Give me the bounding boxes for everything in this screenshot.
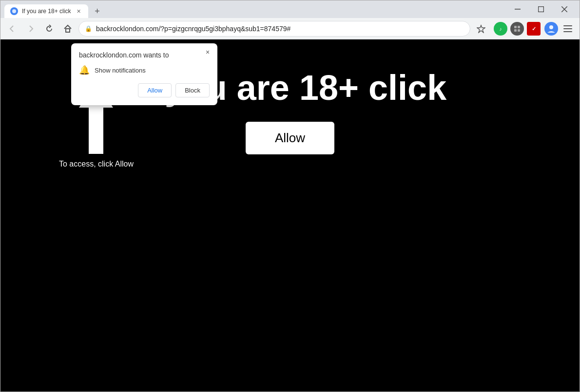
music-icon[interactable]: ♪	[494, 22, 507, 36]
lock-icon: 🔒	[85, 25, 92, 32]
popup-allow-button[interactable]: Allow	[138, 83, 172, 97]
menu-button[interactable]	[560, 21, 576, 37]
back-button[interactable]	[4, 21, 20, 37]
svg-text:✓: ✓	[532, 26, 536, 32]
svg-rect-16	[563, 28, 572, 29]
bookmark-button[interactable]	[473, 21, 489, 37]
svg-rect-17	[563, 31, 572, 32]
tab-title: If you are 18+ click	[22, 8, 71, 15]
address-bar[interactable]: 🔒 backrocklondon.com/?p=gizgcnrqgu5gi3bp…	[78, 21, 470, 37]
active-tab[interactable]: If you are 18+ click ✕	[4, 4, 88, 18]
popup-close-button[interactable]: ×	[203, 47, 213, 57]
to-access-text: To access, click Allow	[59, 160, 134, 168]
bell-icon: 🔔	[79, 65, 90, 75]
window-controls	[506, 0, 576, 18]
tab-favicon	[10, 7, 18, 15]
svg-rect-5	[66, 29, 70, 32]
svg-marker-6	[477, 25, 485, 33]
title-bar: If you are 18+ click ✕ +	[0, 0, 580, 18]
svg-point-0	[12, 9, 16, 13]
svg-rect-10	[518, 26, 520, 28]
svg-rect-2	[539, 7, 544, 12]
svg-rect-15	[563, 25, 572, 26]
extension-icon1[interactable]	[510, 22, 524, 36]
nav-bar: 🔒 backrocklondon.com/?p=gizgcnrqgu5gi3bp…	[0, 18, 580, 39]
close-button[interactable]	[553, 0, 576, 18]
forward-button[interactable]	[23, 21, 39, 37]
url-text: backrocklondon.com/?p=gizgcnrqgu5gi3bpha…	[96, 25, 464, 33]
svg-rect-12	[518, 29, 520, 32]
permission-text: Show notifications	[95, 67, 146, 74]
svg-point-14	[549, 25, 553, 29]
reload-button[interactable]	[41, 21, 57, 37]
notification-popup: × backrocklondon.com wants to 🔔 Show not…	[71, 43, 217, 105]
svg-rect-9	[514, 26, 517, 28]
toolbar-icons: ♪ ✓	[494, 21, 576, 37]
new-tab-button[interactable]: +	[90, 4, 104, 18]
popup-buttons: Allow Block	[79, 83, 210, 97]
allow-button[interactable]: Allow	[246, 122, 334, 154]
svg-rect-1	[515, 9, 521, 10]
maximize-button[interactable]	[530, 0, 552, 18]
profile-button[interactable]	[544, 22, 558, 36]
browser-window: If you are 18+ click ✕ +	[0, 0, 580, 392]
extension-icon2[interactable]: ✓	[527, 22, 541, 36]
svg-text:♪: ♪	[500, 26, 502, 32]
main-content: × backrocklondon.com wants to 🔔 Show not…	[0, 39, 580, 392]
popup-title: backrocklondon.com wants to	[79, 51, 210, 59]
popup-permission: 🔔 Show notifications	[79, 65, 210, 75]
popup-block-button[interactable]: Block	[175, 83, 210, 97]
tab-strip: If you are 18+ click ✕ +	[4, 0, 504, 18]
home-button[interactable]	[60, 21, 76, 37]
minimize-button[interactable]	[506, 0, 529, 18]
svg-rect-11	[514, 29, 517, 32]
tab-close-button[interactable]: ✕	[75, 7, 82, 15]
